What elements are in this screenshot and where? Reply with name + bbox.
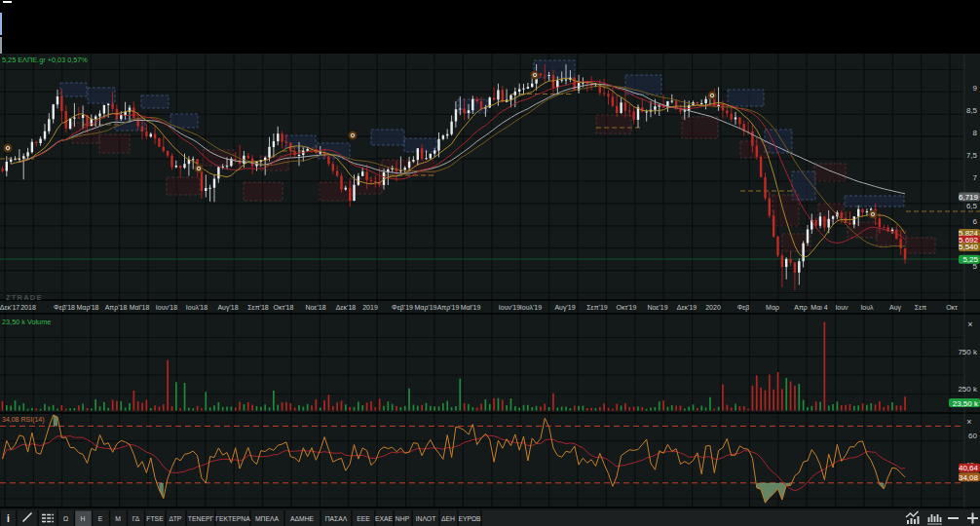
svg-text:9: 9	[973, 84, 978, 93]
svg-text:ΙΝΛΟΤ: ΙΝΛΟΤ	[416, 515, 436, 522]
svg-text:ZTRADE: ZTRADE	[6, 293, 43, 302]
svg-text:Οκτ'18: Οκτ'18	[274, 304, 294, 311]
svg-text:2019: 2019	[362, 304, 378, 311]
svg-text:Φεβ'19: Φεβ'19	[392, 304, 413, 312]
svg-text:ΓΔ: ΓΔ	[132, 515, 140, 522]
svg-text:Αυγ: Αυγ	[889, 304, 901, 312]
svg-text:250 k: 250 k	[958, 385, 978, 394]
svg-text:FTSE: FTSE	[146, 515, 164, 522]
svg-text:Νοε'18: Νοε'18	[305, 304, 325, 311]
svg-text:Αυγ'18: Αυγ'18	[217, 304, 238, 312]
svg-text:8,5: 8,5	[966, 106, 978, 115]
svg-text:Μαϊ'19: Μαϊ'19	[461, 304, 481, 311]
svg-text:ΜΠΕΛΑ: ΜΠΕΛΑ	[255, 515, 280, 522]
svg-text:Οκτ'19: Οκτ'19	[617, 304, 637, 311]
svg-text:Μαϊ'18: Μαϊ'18	[130, 304, 150, 311]
svg-text:Σεπ'18: Σεπ'18	[247, 304, 269, 311]
svg-text:23,50 k Volume: 23,50 k Volume	[2, 318, 51, 326]
svg-text:Ιουν'18: Ιουν'18	[156, 304, 177, 311]
svg-text:7,5: 7,5	[966, 151, 978, 160]
svg-text:Μαρ: Μαρ	[766, 304, 779, 312]
svg-text:Δεκ'17: Δεκ'17	[0, 304, 19, 311]
svg-text:6,719: 6,719	[959, 193, 979, 202]
svg-text:ΕΕΕ: ΕΕΕ	[357, 515, 370, 522]
svg-text:Ιουλ'19: Ιουλ'19	[520, 304, 542, 311]
svg-text:×: ×	[967, 319, 972, 329]
svg-text:8: 8	[973, 129, 978, 137]
svg-text:ΝΗΡ: ΝΗΡ	[396, 515, 410, 522]
svg-text:5,25: 5,25	[962, 255, 978, 264]
svg-text:Η: Η	[81, 515, 86, 522]
svg-text:Σεπ'19: Σεπ'19	[586, 304, 608, 311]
svg-text:40,64: 40,64	[959, 464, 979, 472]
svg-text:i: i	[7, 513, 10, 524]
svg-text:Ω: Ω	[63, 515, 68, 522]
svg-text:23,50 k: 23,50 k	[953, 399, 979, 408]
svg-text:Ε: Ε	[98, 515, 103, 522]
svg-text:Μαι 4: Μαι 4	[810, 304, 827, 311]
svg-text:Δεκ'18: Δεκ'18	[336, 304, 357, 311]
svg-text:ΔΤΡ: ΔΤΡ	[170, 515, 182, 522]
svg-text:×: ×	[966, 417, 971, 427]
svg-text:Ιουλ: Ιουλ	[860, 304, 874, 311]
svg-text:Ιουν: Ιουν	[835, 304, 848, 311]
svg-text:ΑΔΜΗΕ: ΑΔΜΗΕ	[290, 515, 315, 522]
svg-text:5,540: 5,540	[959, 243, 979, 251]
svg-text:Μ: Μ	[115, 515, 121, 522]
svg-text:Φεβ: Φεβ	[737, 304, 750, 312]
svg-text:Οκτ: Οκτ	[946, 304, 958, 311]
svg-text:Ιουλ'18: Ιουλ'18	[186, 304, 207, 311]
svg-text:Απρ'18: Απρ'18	[105, 304, 128, 312]
svg-text:60: 60	[968, 432, 977, 440]
svg-text:Ιουν'19: Ιουν'19	[499, 304, 520, 311]
svg-text:ΠΑΣΑΛ: ΠΑΣΑΛ	[325, 515, 348, 522]
svg-text:ΓΕΚΤΕΡΝΑ: ΓΕΚΤΕΡΝΑ	[215, 515, 250, 522]
svg-text:750 k: 750 k	[958, 348, 978, 357]
svg-text:ΔΕΗ: ΔΕΗ	[441, 515, 455, 522]
svg-text:Απρ: Απρ	[794, 304, 807, 312]
svg-text:34,08 RSI(14): 34,08 RSI(14)	[2, 416, 45, 424]
svg-text:Αυγ'19: Αυγ'19	[554, 304, 575, 312]
svg-text:Νοε'19: Νοε'19	[647, 304, 667, 311]
svg-text:2020: 2020	[705, 304, 721, 311]
svg-text:6: 6	[973, 217, 978, 226]
svg-text:Μαρ'19: Μαρ'19	[415, 304, 437, 312]
svg-text:Δεκ'19: Δεκ'19	[677, 304, 697, 311]
svg-text:6,5: 6,5	[966, 202, 978, 210]
svg-text:Σεπ: Σεπ	[915, 304, 926, 311]
svg-text:ΕΥΡΩΒ: ΕΥΡΩΒ	[458, 515, 481, 522]
svg-text:ΤΕΝΕΡΓ: ΤΕΝΕΡΓ	[188, 515, 214, 522]
svg-text:ΕΧΑΕ: ΕΧΑΕ	[375, 515, 394, 522]
svg-text:34,08: 34,08	[959, 473, 979, 482]
svg-text:Μαρ'18: Μαρ'18	[77, 304, 99, 312]
svg-text:7: 7	[973, 173, 978, 182]
svg-text:5,25 ΕΛΠΕ.gr +0,03 0,57%: 5,25 ΕΛΠΕ.gr +0,03 0,57%	[2, 56, 88, 64]
svg-text:2018: 2018	[20, 304, 36, 311]
svg-text:Απρ'19: Απρ'19	[437, 304, 460, 312]
svg-text:Φεβ'18: Φεβ'18	[54, 304, 75, 312]
